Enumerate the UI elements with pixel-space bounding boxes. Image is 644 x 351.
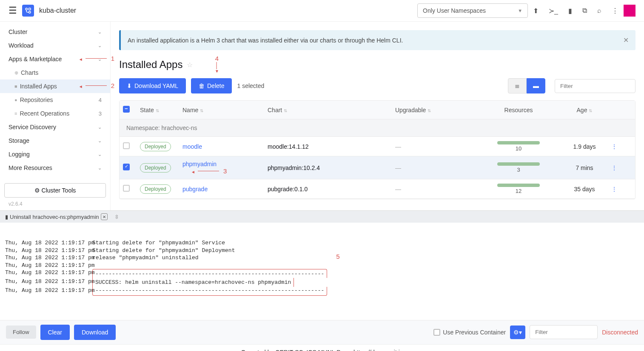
checkbox-icon	[433, 329, 440, 336]
group-view-button[interactable]: ▬	[527, 78, 545, 93]
chart-value: moodle:14.1.12	[268, 143, 395, 150]
col-resources[interactable]: Resources	[476, 107, 561, 113]
sidebar-item-installed-apps[interactable]: ■Installed Apps2	[0, 79, 110, 93]
chevron-down-icon: ⌄	[98, 152, 102, 157]
sidebar-item-apps-marketplace[interactable]: Apps & Marketplace⌄1	[0, 52, 110, 66]
terminal-line: Thu, Aug 18 2022 1:19:17 pm-------------…	[5, 269, 639, 278]
col-name[interactable]: Name⇅	[182, 107, 268, 113]
page-footer: Operated by CERIT-SC, ICS MUNI, Docs: ht…	[0, 344, 644, 351]
row-checkbox[interactable]	[123, 164, 130, 170]
age-value: 7 mins	[561, 164, 608, 171]
log-settings-button[interactable]: ⚙▾	[510, 326, 525, 339]
sidebar-item-storage[interactable]: Storage⌄	[0, 134, 110, 147]
terminal-line: Thu, Aug 18 2022 1:19:17 pmStarting dele…	[5, 239, 639, 247]
sidebar-item-cluster[interactable]: Cluster⌄	[0, 25, 110, 39]
terminal-line: Thu, Aug 18 2022 1:19:17 pmStarting dele…	[5, 247, 639, 255]
hamburger-icon[interactable]: ☰	[9, 5, 17, 16]
banner-text: An installed application is a Helm 3 cha…	[128, 37, 403, 44]
nav-label: Cluster	[9, 28, 27, 35]
col-state[interactable]: State⇅	[140, 107, 182, 113]
filter-input[interactable]	[555, 79, 635, 93]
terminal-line: Thu, Aug 18 2022 1:19:17 pm-------------…	[5, 287, 639, 296]
sidebar-item-service-discovery[interactable]: Service Discovery⌄	[0, 120, 110, 134]
col-chart[interactable]: Chart⇅	[268, 107, 395, 113]
folder-icon: ▬	[533, 82, 539, 89]
nav-label: More Resources	[9, 164, 52, 171]
col-upgradable[interactable]: Upgradable⇅	[395, 107, 476, 113]
terminal-line: Thu, Aug 18 2022 1:19:17 pmrelease "phpm…	[5, 254, 639, 262]
resources-cell: 12	[476, 184, 561, 194]
namespace-group-header: Namespace: hrachovec-ns	[120, 119, 635, 137]
app-name-link[interactable]: phpmyadmin	[182, 161, 217, 167]
favorite-star-icon[interactable]: ☆	[187, 61, 193, 69]
select-all-checkbox[interactable]	[123, 106, 130, 113]
sidebar-item-repositories[interactable]: ●Repositories4	[0, 93, 110, 107]
trash-icon: 🗑	[199, 82, 205, 89]
nav-label: Charts	[21, 69, 38, 76]
download-log-button[interactable]: Download	[74, 325, 116, 340]
terminal-line: Thu, Aug 18 2022 1:19:17 pmSUCCESS: helm…	[5, 278, 639, 287]
svg-rect-8	[633, 10, 634, 11]
log-filter-input[interactable]	[530, 325, 598, 339]
chart-value: phpmyadmin:10.2.4	[268, 164, 395, 171]
prev-container-toggle[interactable]: Use Previous Container	[433, 329, 506, 336]
col-age[interactable]: Age⇅	[561, 107, 608, 113]
kubeconfig-icon[interactable]: ⧉	[582, 7, 587, 14]
sidebar-item-recent-operations[interactable]: ≡Recent Operations3	[0, 107, 110, 120]
table-row[interactable]: Deployedmoodlemoodle:14.1.12—101.9 days⋮	[120, 137, 635, 156]
row-actions-icon[interactable]: ⋮	[608, 164, 621, 171]
terminal-output: Thu, Aug 18 2022 1:19:17 pmStarting dele…	[0, 223, 644, 320]
sidebar-item-workload[interactable]: Workload⌄	[0, 39, 110, 52]
svg-rect-9	[625, 13, 627, 15]
info-banner: An installed application is a Helm 3 cha…	[119, 30, 635, 50]
upload-icon[interactable]: ⬆	[533, 7, 539, 15]
delete-button[interactable]: 🗑 Delete	[191, 78, 232, 93]
shell-icon[interactable]: ≻_	[549, 7, 558, 15]
close-icon[interactable]: ✕	[623, 36, 629, 44]
expand-icon[interactable]: ⇳	[114, 214, 119, 220]
list-icon: ≣	[515, 82, 520, 89]
nav-icon: ●	[14, 97, 17, 102]
svg-rect-6	[625, 10, 627, 11]
row-checkbox[interactable]	[123, 142, 130, 149]
search-icon[interactable]: ⌕	[597, 7, 601, 14]
chevron-down-icon: ⌄	[98, 29, 102, 35]
namespace-selector-value: Only User Namespaces	[423, 7, 486, 14]
resources-cell: 3	[476, 162, 561, 173]
nav-label: Apps & Marketplace	[9, 56, 62, 62]
row-checkbox[interactable]	[123, 185, 130, 192]
cluster-tools-button[interactable]: ⚙ Cluster Tools	[4, 183, 106, 198]
follow-button[interactable]: Follow	[6, 326, 36, 339]
app-logo-icon[interactable]	[22, 5, 34, 17]
row-actions-icon[interactable]: ⋮	[608, 143, 621, 150]
close-tab-icon[interactable]: ✕	[101, 213, 108, 220]
download-icon: ⬇	[127, 82, 132, 89]
chevron-down-icon: ▼	[518, 8, 522, 13]
sidebar-item-charts[interactable]: ⊕Charts	[0, 66, 110, 79]
download-yaml-button[interactable]: ⬇ Download YAML	[119, 78, 186, 93]
page-title: Installed Apps	[119, 59, 182, 71]
cluster-name[interactable]: kuba-cluster	[39, 7, 76, 14]
terminal-tab[interactable]: ▮ Uninstall hrachovec-ns:phpmyadmin ✕	[5, 213, 108, 220]
svg-point-1	[29, 11, 31, 14]
upgradable-value: —	[395, 164, 476, 171]
toolbar: ⬇ Download YAML 🗑 Delete 1 selected ≣ ▬ …	[119, 78, 635, 93]
resources-cell: 10	[476, 141, 561, 152]
sidebar-item-logging[interactable]: Logging⌄	[0, 147, 110, 161]
table-row[interactable]: Deployedpubgradepubgrade:0.1.0—1235 days…	[120, 179, 635, 199]
terminal-tabs: ▮ Uninstall hrachovec-ns:phpmyadmin ✕ ⇳	[0, 211, 644, 223]
sidebar-item-more-resources[interactable]: More Resources⌄	[0, 161, 110, 175]
file-icon[interactable]: ▮	[568, 7, 572, 15]
table-row[interactable]: Deployedphpmyadmin3phpmyadmin:10.2.4—37 …	[120, 156, 635, 179]
namespace-selector[interactable]: Only User Namespaces ▼	[417, 3, 528, 18]
brand-logo-icon[interactable]	[624, 5, 635, 17]
more-icon[interactable]: ⋮	[612, 7, 618, 15]
list-view-button[interactable]: ≣	[508, 78, 527, 93]
app-name-link[interactable]: pubgrade	[182, 186, 208, 192]
sidebar: Cluster⌄Workload⌄Apps & Marketplace⌄1⊕Ch…	[0, 22, 111, 210]
app-name-link[interactable]: moodle	[182, 143, 202, 150]
gear-icon: ⚙▾	[513, 329, 522, 336]
clear-button[interactable]: Clear	[40, 325, 70, 340]
row-actions-icon[interactable]: ⋮	[608, 186, 621, 192]
terminal-panel: ▮ Uninstall hrachovec-ns:phpmyadmin ✕ ⇳ …	[0, 210, 644, 344]
